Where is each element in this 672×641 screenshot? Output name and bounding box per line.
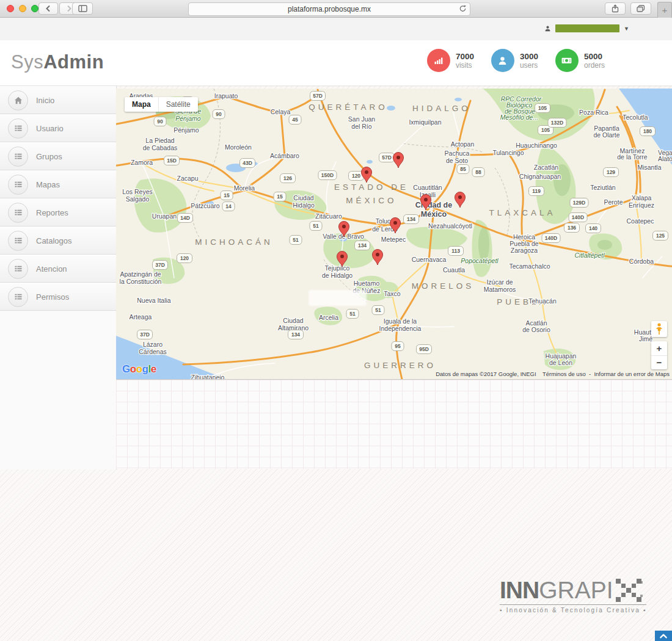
- reload-button[interactable]: [459, 4, 467, 15]
- list-icon: [8, 287, 28, 307]
- google-logo[interactable]: Google: [122, 363, 156, 375]
- user-menu[interactable]: ▼: [544, 24, 629, 32]
- city-label: Enríquez: [629, 201, 654, 209]
- share-button[interactable]: [605, 2, 626, 15]
- city-label: Salgado: [126, 195, 150, 203]
- sidebar-item-mapas[interactable]: Mapas: [0, 170, 116, 198]
- svg-text:90: 90: [216, 111, 222, 117]
- sidebar-toggle-button[interactable]: [72, 2, 93, 15]
- route-shield: 14: [222, 202, 235, 211]
- back-icon: [45, 5, 51, 12]
- route-shield: 120: [177, 254, 192, 263]
- route-shield: 90: [154, 117, 166, 126]
- sidebar-item-label: Permisos: [36, 292, 69, 302]
- sidebar-item-reportes[interactable]: Reportes: [0, 198, 116, 226]
- city-label: Teziutlán: [590, 184, 616, 191]
- sidebar-item-atencion[interactable]: Atencion: [0, 255, 116, 283]
- money-icon: [555, 49, 579, 72]
- map-type-satelite-button[interactable]: Satélite: [158, 97, 198, 112]
- pegman-icon: [656, 323, 663, 335]
- sidebar-item-catalogos[interactable]: Catalogos: [0, 226, 116, 255]
- city-label: Huauchinango: [516, 142, 557, 149]
- scroll-top-button[interactable]: [655, 631, 672, 641]
- sidebar-item-permisos[interactable]: Permisos: [0, 283, 116, 311]
- map-type-mapa-button[interactable]: Mapa: [125, 97, 158, 112]
- city-label: Popocatépetl: [461, 257, 499, 264]
- svg-text:95: 95: [395, 343, 401, 349]
- content-grid-panel: [116, 380, 672, 469]
- url-text: plataforma.probosque.mx: [288, 5, 371, 13]
- svg-text:120: 120: [180, 255, 189, 261]
- city-label: la Constitución: [120, 278, 162, 285]
- city-label: Acámbaro: [270, 152, 299, 159]
- zoom-out-button[interactable]: −: [651, 356, 667, 370]
- new-tab-button[interactable]: +: [657, 2, 672, 18]
- user-icon: [491, 49, 514, 72]
- show-tabs-button[interactable]: [630, 2, 651, 15]
- google-logo-letter: G: [122, 363, 130, 375]
- stat-text: 5000orders: [584, 52, 605, 70]
- state-label: HIDALGO: [412, 104, 471, 113]
- pixel-x-logo-mark: [616, 579, 641, 602]
- city-label: Morelia: [234, 184, 255, 192]
- svg-text:88: 88: [475, 169, 481, 175]
- city-label: Huetamo: [354, 280, 380, 287]
- pegman-control[interactable]: [651, 321, 667, 337]
- sidebar-item-label: Catalogos: [36, 236, 72, 245]
- sidebar: InicioUsuarioGruposMapasReportesCatalogo…: [0, 85, 117, 469]
- sidebar-item-inicio[interactable]: Inicio: [0, 86, 116, 114]
- app-header: SysAdmin 7000visits3000users5000orders: [0, 40, 672, 86]
- list-icon: [8, 231, 28, 251]
- svg-text:134: 134: [358, 242, 367, 248]
- route-shield: 51: [290, 236, 302, 245]
- city-label: del Río: [351, 123, 371, 130]
- chevron-up-icon: [659, 633, 668, 639]
- stat-label: visits: [456, 61, 474, 70]
- route-shield: 119: [529, 187, 544, 196]
- minimize-window-button[interactable]: [19, 5, 26, 12]
- city-label: Citlaltépetl: [574, 252, 605, 259]
- svg-text:51: 51: [349, 311, 356, 317]
- stat-text: 3000users: [520, 52, 538, 70]
- map-canvas[interactable]: QUERÉTAROHIDALGOESTADO DEMÉXICOMICHOACÁN…: [116, 89, 672, 380]
- url-field[interactable]: plataforma.probosque.mx: [188, 2, 470, 16]
- city-label: Pachuca: [445, 150, 470, 157]
- svg-text:51: 51: [375, 307, 381, 313]
- svg-text:57D: 57D: [313, 93, 323, 99]
- svg-text:43D: 43D: [243, 160, 252, 166]
- route-shield: 51: [346, 310, 359, 319]
- svg-text:57D: 57D: [382, 154, 392, 161]
- sidebar-item-grupos[interactable]: Grupos: [0, 142, 116, 170]
- zoom-in-button[interactable]: +: [651, 341, 667, 356]
- maximize-window-button[interactable]: [31, 5, 38, 12]
- logo-tagline: ▪ Innovación & Tecnología Creativa ▪: [500, 607, 646, 614]
- svg-text:134: 134: [407, 216, 415, 222]
- city-label: Arteaga: [130, 313, 152, 320]
- back-button[interactable]: [38, 2, 58, 15]
- svg-text:120: 120: [352, 173, 360, 179]
- map-type-control: Mapa Satélite: [125, 97, 198, 112]
- city-label: Zacatlán: [534, 164, 558, 171]
- svg-text:129D: 129D: [573, 200, 585, 206]
- close-window-button[interactable]: [7, 5, 14, 12]
- route-shield: 134: [355, 241, 370, 250]
- route-shield: 57D: [379, 153, 395, 162]
- route-shield: 113: [448, 247, 464, 256]
- brand-bold: Admin: [43, 51, 104, 73]
- state-label: ESTADO DE: [334, 183, 409, 192]
- route-shield: 57D: [310, 92, 326, 101]
- svg-text:140: 140: [589, 225, 597, 231]
- state-label: MICHOACÁN: [195, 237, 273, 247]
- terms-link[interactable]: Términos de uso: [542, 371, 586, 377]
- logo-inn-text: INN: [500, 579, 539, 602]
- sidebar-item-usuario[interactable]: Usuario: [0, 114, 116, 142]
- map-attribution: Datos de mapas ©2017 Google, INEGI Térmi…: [436, 371, 670, 377]
- list-icon: [8, 147, 28, 167]
- google-logo-letter: g: [142, 363, 148, 375]
- city-label: Ciudad: [293, 194, 313, 201]
- city-label: Tehuacán: [528, 297, 557, 305]
- route-shield: 14D: [178, 214, 193, 223]
- forward-icon: [66, 5, 72, 12]
- svg-text:136: 136: [568, 225, 576, 231]
- report-error-link[interactable]: Informar de un error de Maps: [594, 371, 670, 377]
